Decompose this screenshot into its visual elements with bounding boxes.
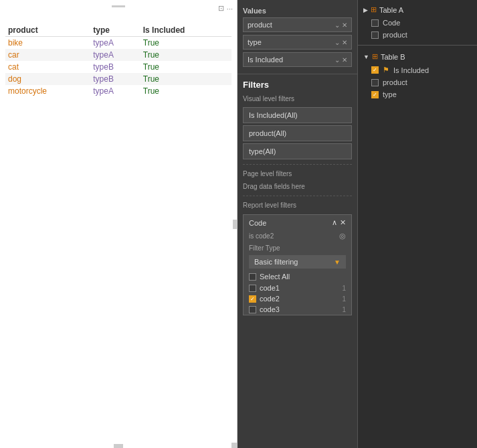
select-all-row[interactable]: Select All bbox=[244, 271, 351, 283]
erase-icon[interactable]: ◎ bbox=[339, 232, 346, 240]
cell-included: True bbox=[140, 49, 231, 61]
checkbox-item-left: code2 bbox=[249, 295, 280, 303]
cell-type: typeA bbox=[90, 49, 140, 61]
cell-type: typeA bbox=[90, 85, 140, 97]
table-b-chevron-icon: ▼ bbox=[363, 54, 369, 60]
table-a-header[interactable]: ▶ ⊞ Table A bbox=[358, 3, 477, 17]
filter-type-value: Basic filtering bbox=[254, 258, 298, 266]
value-pill[interactable]: Is Included ⌄ ✕ bbox=[243, 52, 352, 67]
table-b-field-item[interactable]: ⚑ Is Included bbox=[358, 64, 477, 76]
cell-product: motorcycle bbox=[5, 85, 90, 97]
field-checkbox[interactable] bbox=[371, 91, 379, 98]
code-filter-sub: is code2 ◎ bbox=[244, 230, 351, 243]
values-section: Values product ⌄ ✕ type ⌄ ✕ Is Included … bbox=[237, 0, 357, 74]
item-checkbox[interactable] bbox=[249, 285, 256, 292]
select-all-checkbox[interactable] bbox=[249, 273, 256, 281]
select-all-label: Select All bbox=[260, 273, 290, 281]
table-a-section: ▶ ⊞ Table A Code product bbox=[358, 0, 477, 44]
collapse-icon[interactable]: ∧ bbox=[332, 218, 337, 227]
dropdown-arrow-icon: ▼ bbox=[334, 258, 341, 266]
visual-filter-item[interactable]: type(All) bbox=[243, 143, 352, 159]
field-checkbox[interactable] bbox=[371, 19, 379, 27]
field-label: type bbox=[383, 90, 397, 98]
cell-included: True bbox=[140, 37, 231, 50]
field-label: Is Included bbox=[393, 66, 429, 74]
cell-type: typeA bbox=[90, 37, 140, 50]
table-row: cat typeB True bbox=[5, 61, 231, 73]
table-b-label: Table B bbox=[381, 53, 405, 61]
code-filter-item[interactable]: code3 1 bbox=[244, 304, 351, 315]
checkbox-item-left: code3 bbox=[249, 305, 280, 313]
field-checkbox[interactable] bbox=[371, 66, 379, 74]
table-b-header[interactable]: ▼ ⊞ Table B bbox=[358, 50, 477, 64]
cell-type: typeB bbox=[90, 61, 140, 73]
pill-close-icon[interactable]: ✕ bbox=[342, 39, 347, 46]
cell-product: cat bbox=[5, 61, 90, 73]
col-header-product: product bbox=[5, 24, 90, 37]
table-a-label: Table A bbox=[379, 6, 403, 14]
filter-type-dropdown[interactable]: Basic filtering ▼ bbox=[249, 255, 346, 269]
expand-icon[interactable]: ⊡ bbox=[218, 4, 224, 13]
is-included-icon: ⚑ bbox=[383, 66, 389, 74]
field-checkbox[interactable] bbox=[371, 79, 379, 86]
item-checkbox[interactable] bbox=[249, 295, 256, 303]
table-a-grid-icon: ⊞ bbox=[371, 5, 377, 14]
code-filter-icons: ∧ ✕ bbox=[332, 218, 346, 227]
field-label: product bbox=[383, 31, 407, 39]
table-b-section: ▼ ⊞ Table B ⚑ Is Included product type bbox=[358, 47, 477, 103]
cell-product: dog bbox=[5, 73, 90, 85]
drag-handle[interactable] bbox=[112, 5, 125, 7]
cell-product: car bbox=[5, 49, 90, 61]
pill-dropdown-icon[interactable]: ⌄ bbox=[335, 39, 340, 46]
pill-icons: ⌄ ✕ bbox=[335, 39, 347, 46]
code-filter-item[interactable]: code2 1 bbox=[244, 293, 351, 304]
data-table: product type Is Included bike typeA True… bbox=[5, 24, 231, 97]
resize-handle-corner[interactable] bbox=[231, 443, 237, 448]
pill-label: product bbox=[248, 21, 272, 29]
value-pill[interactable]: type ⌄ ✕ bbox=[243, 35, 352, 50]
right-panel: ▶ ⊞ Table A Code product ▼ ⊞ Table B ⚑ I… bbox=[358, 0, 477, 448]
close-icon[interactable]: ✕ bbox=[340, 218, 346, 227]
table-b-grid-icon: ⊞ bbox=[372, 52, 378, 61]
field-checkbox[interactable] bbox=[371, 31, 379, 39]
filter-type-label: Filter Type bbox=[244, 243, 351, 253]
resize-handle-bottom[interactable] bbox=[114, 444, 123, 448]
visual-filter-item[interactable]: product(All) bbox=[243, 125, 352, 141]
page-level-label: Page level filters bbox=[237, 167, 357, 180]
table-panel: ⊡ ··· product type Is Included bike type… bbox=[0, 0, 237, 448]
table-b-field-item[interactable]: type bbox=[358, 88, 477, 100]
col-header-included: Is Included bbox=[140, 24, 231, 37]
cell-product: bike bbox=[5, 37, 90, 50]
table-a-field-item[interactable]: Code bbox=[358, 17, 477, 29]
table-row: bike typeA True bbox=[5, 37, 231, 50]
table-row: car typeA True bbox=[5, 49, 231, 61]
report-level-label: Report level filters bbox=[237, 199, 357, 212]
code-filter-header: Code ∧ ✕ bbox=[244, 215, 351, 230]
pill-close-icon[interactable]: ✕ bbox=[342, 56, 347, 64]
pill-label: Is Included bbox=[248, 56, 283, 64]
visual-filter-item[interactable]: Is Included(All) bbox=[243, 107, 352, 123]
table-row: dog typeB True bbox=[5, 73, 231, 85]
report-divider bbox=[243, 196, 352, 196]
table-b-field-item[interactable]: product bbox=[358, 76, 477, 88]
pill-label: type bbox=[248, 38, 262, 46]
item-checkbox[interactable] bbox=[249, 306, 256, 313]
table-a-field-item[interactable]: product bbox=[358, 29, 477, 41]
filters-header: Filters bbox=[237, 74, 357, 92]
code-filter-item[interactable]: code1 1 bbox=[244, 283, 351, 293]
cell-included: True bbox=[140, 73, 231, 85]
cell-included: True bbox=[140, 85, 231, 97]
pill-dropdown-icon[interactable]: ⌄ bbox=[335, 56, 340, 64]
pill-dropdown-icon[interactable]: ⌄ bbox=[335, 21, 340, 29]
pill-icons: ⌄ ✕ bbox=[335, 21, 347, 29]
resize-handle-right[interactable] bbox=[233, 220, 237, 229]
page-divider bbox=[243, 164, 352, 165]
more-icon[interactable]: ··· bbox=[227, 5, 233, 13]
value-pill[interactable]: product ⌄ ✕ bbox=[243, 17, 352, 32]
pill-close-icon[interactable]: ✕ bbox=[342, 21, 347, 29]
code-filter: Code ∧ ✕ is code2 ◎ Filter Type Basic fi… bbox=[243, 214, 352, 315]
field-label: product bbox=[383, 78, 407, 86]
item-count: 1 bbox=[342, 306, 346, 313]
item-label: code3 bbox=[260, 305, 280, 313]
checkbox-item-left: code1 bbox=[249, 284, 280, 292]
